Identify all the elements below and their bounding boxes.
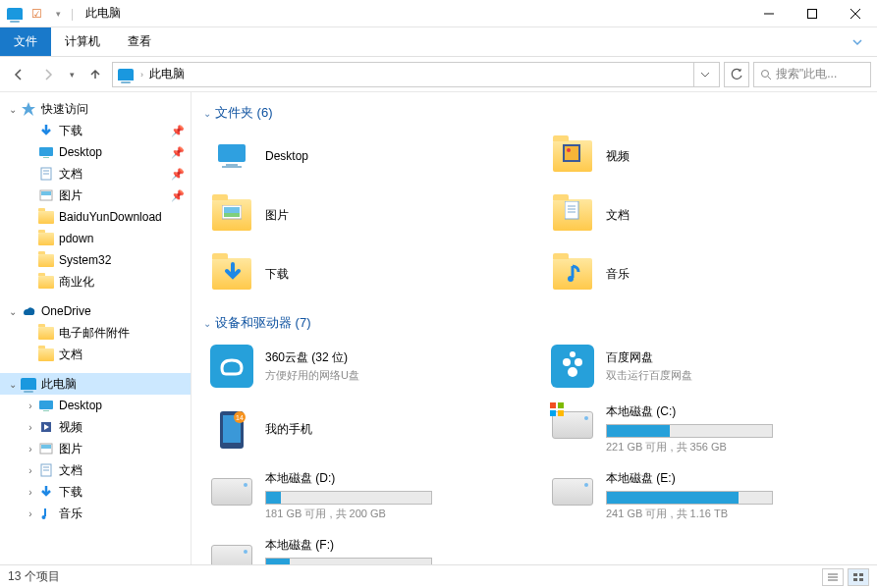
tree-quick-item[interactable]: 文档 📌 bbox=[0, 163, 191, 185]
drive-item[interactable]: 本地磁盘 (C:) 221 GB 可用 , 共 356 GB bbox=[544, 399, 865, 459]
expand-icon[interactable] bbox=[24, 124, 37, 137]
tree-item-icon bbox=[37, 187, 55, 204]
tree-onedrive-item[interactable]: 电子邮件附件 bbox=[0, 322, 191, 344]
expand-icon[interactable] bbox=[24, 167, 37, 181]
tree-item-icon bbox=[37, 397, 55, 414]
close-button[interactable] bbox=[834, 0, 877, 27]
expand-icon[interactable]: ⌄ bbox=[6, 304, 20, 318]
drive-title: 本地磁盘 (D:) bbox=[265, 470, 518, 487]
tab-computer[interactable]: 计算机 bbox=[51, 27, 114, 56]
tree-onedrive-item[interactable]: 文档 bbox=[0, 344, 191, 365]
tree-quick-item[interactable]: BaiduYunDownload bbox=[0, 206, 191, 228]
qat-dropdown-icon[interactable]: ▾ bbox=[49, 5, 67, 23]
expand-icon[interactable] bbox=[24, 232, 37, 245]
properties-icon[interactable]: ☑ bbox=[27, 5, 45, 23]
expand-icon[interactable] bbox=[24, 253, 37, 267]
svg-rect-33 bbox=[565, 201, 578, 219]
tree-thispc-item[interactable]: › 图片 bbox=[0, 438, 191, 459]
folder-item[interactable]: 下载 bbox=[203, 247, 524, 300]
tree-item-icon bbox=[37, 273, 55, 291]
address-bar[interactable]: › 此电脑 bbox=[112, 62, 720, 87]
expand-icon[interactable]: ⌄ bbox=[6, 377, 20, 391]
tree-onedrive[interactable]: ⌄ OneDrive bbox=[0, 300, 191, 322]
expand-icon[interactable]: › bbox=[24, 442, 37, 455]
drive-item[interactable]: 本地磁盘 (E:) 241 GB 可用 , 共 1.16 TB bbox=[544, 465, 865, 526]
folder-item[interactable]: Desktop bbox=[203, 130, 524, 183]
expand-icon[interactable] bbox=[24, 275, 37, 289]
svg-rect-50 bbox=[550, 410, 556, 416]
search-input[interactable]: 搜索"此电... bbox=[753, 62, 871, 87]
device-app-item[interactable]: 360云盘 (32 位) 方便好用的网络U盘 bbox=[203, 340, 524, 393]
svg-point-23 bbox=[42, 515, 46, 519]
maximize-button[interactable] bbox=[791, 0, 834, 27]
tree-quick-item[interactable]: System32 bbox=[0, 249, 191, 271]
tree-quick-item[interactable]: 图片 📌 bbox=[0, 185, 191, 206]
drive-stats: 221 GB 可用 , 共 356 GB bbox=[606, 440, 858, 454]
minimize-button[interactable] bbox=[747, 0, 791, 27]
group-header-devices[interactable]: ⌄ 设备和驱动器 (7) bbox=[203, 314, 865, 332]
expand-icon[interactable]: › bbox=[24, 463, 37, 477]
svg-text:14: 14 bbox=[236, 414, 244, 421]
pin-icon: 📌 bbox=[171, 189, 185, 202]
tree-this-pc[interactable]: ⌄ 此电脑 bbox=[0, 373, 191, 395]
tree-quick-item[interactable]: Desktop 📌 bbox=[0, 141, 191, 163]
content-pane[interactable]: ⌄ 文件夹 (6) Desktop 视频 图片 文档 下载 音乐 ⌄ 设备和驱动… bbox=[192, 92, 877, 564]
tree-item-icon bbox=[37, 230, 55, 247]
device-app-item[interactable]: 百度网盘 双击运行百度网盘 bbox=[544, 340, 865, 393]
tree-quick-access[interactable]: ⌄ 快速访问 bbox=[0, 98, 191, 120]
search-icon bbox=[760, 69, 772, 80]
svg-rect-57 bbox=[853, 578, 857, 581]
expand-icon[interactable]: › bbox=[24, 507, 37, 520]
folder-item[interactable]: 文档 bbox=[544, 188, 865, 241]
folder-icon bbox=[551, 193, 594, 237]
folder-icon bbox=[551, 134, 594, 178]
drive-item[interactable]: 本地磁盘 (F:) 92.0 GB 可用 , 共 107 GB bbox=[203, 532, 524, 564]
expand-icon[interactable] bbox=[24, 347, 37, 361]
refresh-button[interactable] bbox=[724, 62, 749, 87]
ribbon-collapse-button[interactable] bbox=[838, 27, 877, 56]
tree-thispc-item[interactable]: › 音乐 bbox=[0, 503, 191, 524]
folder-item[interactable]: 图片 bbox=[203, 188, 524, 241]
expand-icon[interactable] bbox=[24, 326, 37, 340]
device-app-item[interactable]: 14 我的手机 bbox=[203, 399, 524, 459]
breadcrumb-location[interactable]: 此电脑 bbox=[149, 66, 185, 82]
nav-back-button[interactable] bbox=[6, 62, 31, 87]
address-dropdown-button[interactable] bbox=[693, 63, 715, 86]
tree-thispc-item[interactable]: › Desktop bbox=[0, 395, 191, 416]
app-title: 百度网盘 bbox=[606, 349, 858, 366]
folder-item[interactable]: 音乐 bbox=[544, 247, 865, 300]
tree-quick-item[interactable]: 下载 📌 bbox=[0, 120, 191, 141]
drive-item[interactable]: 本地磁盘 (D:) 181 GB 可用 , 共 200 GB bbox=[203, 465, 524, 526]
folder-item[interactable]: 视频 bbox=[544, 130, 865, 183]
nav-forward-button[interactable] bbox=[35, 62, 61, 87]
tree-thispc-item[interactable]: › 下载 bbox=[0, 481, 191, 503]
tab-file[interactable]: 文件 bbox=[0, 27, 51, 56]
tree-quick-item[interactable]: pdown bbox=[0, 228, 191, 249]
expand-icon[interactable]: › bbox=[24, 420, 37, 434]
app-icon bbox=[210, 345, 253, 388]
drive-icon bbox=[210, 537, 253, 564]
tree-item-icon bbox=[37, 324, 55, 342]
nav-up-button[interactable] bbox=[82, 62, 108, 87]
expand-icon[interactable] bbox=[24, 145, 37, 159]
chevron-down-icon: ⌄ bbox=[203, 108, 211, 119]
view-details-button[interactable] bbox=[822, 568, 844, 586]
expand-icon[interactable]: › bbox=[24, 399, 37, 412]
pin-icon: 📌 bbox=[171, 168, 185, 181]
tree-thispc-item[interactable]: › 视频 bbox=[0, 416, 191, 438]
tree-quick-item[interactable]: 商业化 bbox=[0, 271, 191, 293]
view-tiles-button[interactable] bbox=[848, 568, 869, 586]
group-header-folders[interactable]: ⌄ 文件夹 (6) bbox=[203, 104, 865, 122]
expand-icon[interactable]: › bbox=[24, 485, 37, 499]
tree-thispc-item[interactable]: › 文档 bbox=[0, 459, 191, 481]
status-bar: 13 个项目 bbox=[0, 564, 877, 588]
expand-icon[interactable]: ⌄ bbox=[6, 102, 20, 116]
expand-icon[interactable] bbox=[24, 210, 37, 224]
tab-view[interactable]: 查看 bbox=[114, 27, 165, 56]
address-bar-row: ▾ › 此电脑 搜索"此电... bbox=[0, 57, 877, 92]
svg-rect-58 bbox=[859, 578, 863, 581]
navigation-pane[interactable]: ⌄ 快速访问 下载 📌 Desktop 📌 文档 📌 图片 📌 BaiduYun… bbox=[0, 92, 192, 564]
nav-history-button[interactable]: ▾ bbox=[65, 62, 79, 87]
tree-item-label: 下载 bbox=[59, 123, 171, 139]
expand-icon[interactable] bbox=[24, 188, 37, 202]
